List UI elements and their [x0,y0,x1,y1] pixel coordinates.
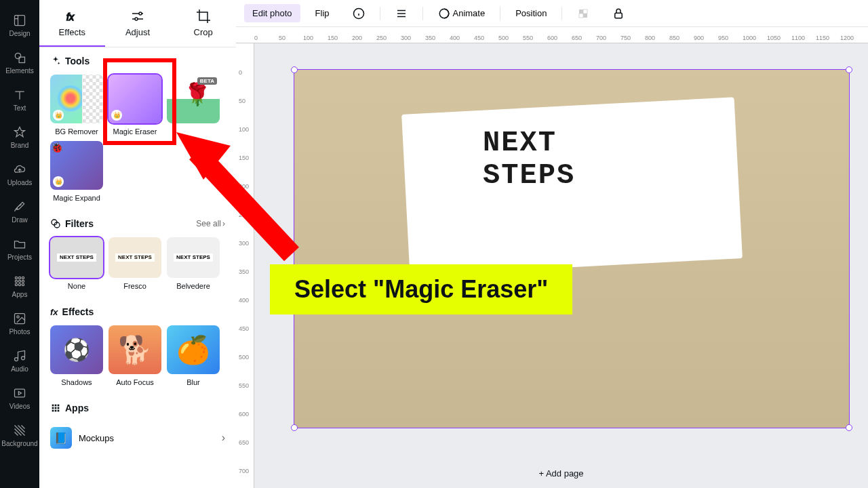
tab-label: Adjust [125,27,150,37]
svg-point-7 [18,280,20,282]
add-page-button[interactable]: + Add page [538,468,583,479]
animate-button[interactable]: Animate [430,3,494,24]
svg-rect-32 [579,14,583,18]
filters-title: Filters [50,218,94,229]
svg-rect-18 [52,405,54,407]
annotation-callout: Select "Magic Eraser" [270,264,572,314]
sidebar-item-audio[interactable]: Audio [0,342,39,380]
svg-text:fx: fx [66,12,75,22]
resize-handle-br[interactable] [846,424,852,431]
tab-adjust[interactable]: Adjust [105,0,171,47]
animate-icon [438,7,450,20]
chevron-right-icon: › [222,432,225,444]
video-icon [13,386,26,400]
sparkle-icon [50,56,61,66]
sidebar-label: Projects [7,253,32,261]
sidebar-item-projects[interactable]: Projects [0,230,39,268]
svg-rect-24 [52,410,54,412]
apps-title: Apps [50,403,89,413]
app-mockups[interactable]: 📘 Mockups › [50,422,225,454]
flip-button[interactable]: Flip [307,4,338,22]
effect-label: Blur [186,378,200,386]
svg-rect-0 [15,16,25,26]
folder-icon [13,237,26,251]
effect-shadows[interactable]: ⚽ Shadows [50,325,103,386]
sidebar-label: Apps [12,291,28,298]
autofocus-thumb: 🐕 [108,325,161,374]
separator [500,7,500,20]
sidebar-label: Text [14,104,26,112]
separator [561,7,562,20]
filter-label: None [68,282,85,290]
filter-none[interactable]: NEXT STEPS None [50,237,103,290]
tools-title: Tools [50,56,90,66]
pencil-icon [13,200,26,214]
resize-handle-tl[interactable] [291,66,298,73]
apps-grid-icon [50,403,61,413]
sidebar-item-photos[interactable]: Photos [0,305,39,342]
cloud-icon [13,163,26,176]
transparency-button[interactable] [569,3,597,24]
list-button[interactable] [387,3,416,24]
resize-handle-tr[interactable] [846,66,852,73]
bg-remover-thumb: 👑 [50,75,103,123]
brand-icon [13,125,26,139]
filter-fresco[interactable]: NEXT STEPS Fresco [108,237,161,290]
grid-icon [13,274,26,288]
effect-label: Auto Focus [116,378,154,386]
image-icon [13,312,26,325]
lock-button[interactable] [604,3,633,24]
shapes-icon [13,51,26,64]
filter-icon [50,218,61,229]
sidebar-item-design[interactable]: Design [0,7,39,44]
svg-rect-25 [55,410,57,412]
resize-handle-bl[interactable] [291,424,298,431]
sidebar-label: Videos [9,403,30,410]
effects-section: fx Effects ⚽ Shadows 🐕 Auto Focus 🍊 Blur [39,298,236,394]
edit-photo-button[interactable]: Edit photo [244,4,300,22]
sidebar-label: Audio [11,365,28,373]
shadows-thumb: ⚽ [50,325,103,374]
sliders-icon [130,8,146,24]
separator [380,7,380,20]
tab-crop[interactable]: Crop [170,0,236,47]
position-button[interactable]: Position [507,4,555,22]
info-icon [353,7,365,20]
svg-point-8 [22,280,24,282]
effect-auto-focus[interactable]: 🐕 Auto Focus [108,325,161,386]
crown-badge-icon: 👑 [53,110,64,121]
music-icon [13,349,26,363]
sidebar-item-videos[interactable]: Videos [0,380,39,417]
sidebar-label: Photos [9,328,30,336]
annotation-highlight-box [103,58,176,145]
separator [422,7,423,20]
svg-point-13 [17,316,19,318]
tab-effects[interactable]: fx Effects [39,0,105,47]
tool-bg-remover[interactable]: 👑 BG Remover [50,75,103,136]
filter-thumb: NEXT STEPS [108,237,161,278]
sidebar-item-uploads[interactable]: Uploads [0,156,39,193]
info-button[interactable] [344,3,373,24]
sidebar-item-text[interactable]: Text [0,81,39,119]
sidebar-label: Brand [11,142,29,149]
layout-icon [13,14,26,27]
sidebar-item-brand[interactable]: Brand [0,119,39,156]
sidebar-item-elements[interactable]: Elements [0,44,39,81]
sidebar-item-apps[interactable]: Apps [0,268,39,305]
filter-label: Belvedere [176,282,210,290]
sidebar-item-draw[interactable]: Draw [0,193,39,230]
svg-point-3 [15,277,17,279]
tool-magic-expand[interactable]: 🐞👑 Magic Expand [50,141,103,202]
crown-badge-icon: 👑 [53,176,64,187]
effect-blur[interactable]: 🍊 Blur [167,325,220,386]
svg-point-4 [18,277,20,279]
selected-image[interactable]: NEXT STEPS [294,69,850,428]
sidebar-item-background[interactable]: Background [0,417,39,454]
sidebar-label: Design [9,30,30,37]
svg-point-5 [22,277,24,279]
list-icon [395,7,408,20]
panel-tabs: fx Effects Adjust Crop [39,0,236,47]
svg-rect-21 [52,407,54,409]
svg-point-6 [15,280,17,282]
crop-icon [195,8,212,24]
